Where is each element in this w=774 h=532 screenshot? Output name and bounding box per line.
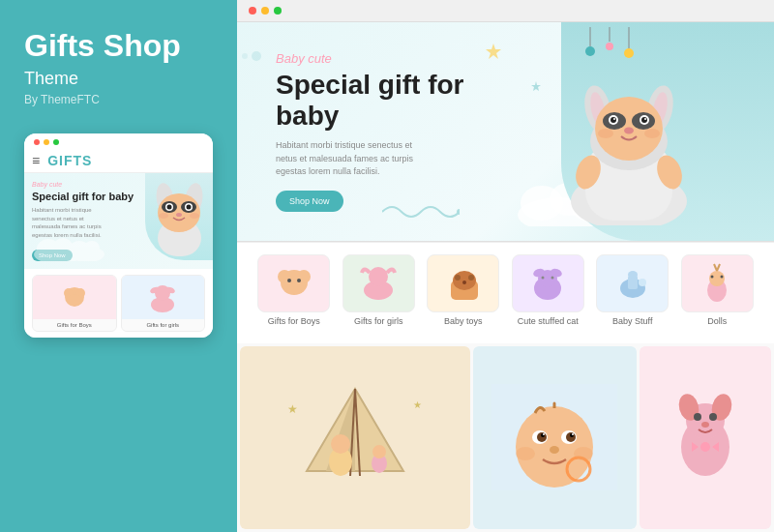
dot-yellow	[44, 139, 49, 145]
product-image	[33, 276, 116, 319]
left-panel: Gifts Shop Theme By ThemeFTC ≡ GIFTS	[0, 0, 237, 532]
svg-point-84	[551, 277, 554, 280]
gallery-item	[640, 346, 771, 529]
svg-point-12	[190, 213, 199, 219]
svg-point-70	[287, 279, 291, 282]
mobile-mockup: ≡ GIFTS	[24, 133, 213, 338]
browser-dot-green	[274, 7, 282, 15]
product-thumbnail	[512, 254, 584, 312]
product-label: Baby toys	[444, 316, 483, 326]
browser-dot-red	[249, 7, 256, 15]
browser-mockup: Baby cute Special gift for baby Habitant…	[237, 0, 774, 532]
svg-point-58	[641, 117, 647, 123]
svg-point-59	[613, 118, 615, 120]
hamburger-icon: ≡	[32, 153, 40, 168]
gallery-section: ★ ★	[237, 343, 774, 532]
svg-point-125	[694, 413, 701, 421]
svg-point-71	[297, 279, 301, 282]
mobile-top-bar	[24, 133, 213, 149]
svg-point-61	[624, 128, 634, 134]
list-item: Dolls	[681, 254, 754, 326]
product-image	[122, 276, 205, 319]
list-item: Gifts for Boys	[32, 275, 117, 332]
svg-point-116	[550, 446, 559, 454]
product-label: Gifts for girls	[122, 319, 205, 331]
svg-point-101	[331, 434, 350, 454]
shop-now-button[interactable]: Shop Now	[276, 191, 343, 212]
svg-point-93	[711, 276, 714, 279]
svg-point-73	[369, 267, 388, 286]
svg-point-63	[644, 129, 660, 138]
list-item: Baby Stuff	[596, 254, 669, 326]
svg-point-88	[639, 279, 646, 286]
product-thumbnail	[427, 254, 499, 312]
list-item: Gifts for girls	[342, 254, 415, 326]
svg-text:★: ★	[287, 402, 298, 416]
svg-point-10	[176, 213, 182, 217]
svg-point-83	[542, 277, 545, 280]
hero-baby-image-area	[484, 22, 774, 241]
dot-green	[53, 139, 59, 145]
by-line: By ThemeFTC	[24, 93, 100, 106]
svg-point-94	[721, 276, 724, 279]
product-label: Cute stuffed cat	[518, 316, 579, 326]
dot-red	[34, 139, 40, 145]
main-subtitle: Theme	[24, 69, 78, 89]
products-section: Gifts for Boys Gifts for girls	[237, 242, 774, 343]
list-item: Cute stuffed cat	[512, 254, 584, 326]
svg-point-9	[186, 204, 191, 209]
svg-point-8	[166, 204, 171, 209]
mobile-hero: Baby cute Special gift for baby Habitant…	[24, 173, 213, 269]
svg-point-69	[284, 279, 304, 294]
hero-description: Habitant morbi tristique senectus et net…	[276, 139, 431, 179]
hero-title: Special gift for baby	[276, 70, 489, 132]
svg-point-62	[598, 129, 613, 138]
main-title: Gifts Shop	[24, 29, 181, 63]
desktop-hero: Baby cute Special gift for baby Habitant…	[237, 22, 774, 241]
svg-line-92	[717, 264, 720, 271]
list-item: Gifts for Boys	[257, 254, 330, 326]
list-item: Baby toys	[427, 254, 499, 326]
mobile-products: Gifts for Boys Gifts for girls	[24, 269, 213, 338]
gallery-item	[473, 346, 638, 529]
svg-point-60	[644, 118, 646, 120]
product-thumbnail	[342, 254, 415, 312]
svg-point-103	[372, 445, 386, 458]
svg-point-76	[455, 275, 461, 281]
svg-point-115	[572, 433, 574, 435]
product-label: Gifts for Boys	[268, 316, 320, 326]
svg-point-15	[53, 238, 73, 255]
product-thumbnail	[257, 254, 330, 312]
product-label: Gifts for girls	[354, 316, 403, 326]
product-label: Gifts for Boys	[33, 319, 116, 331]
svg-point-114	[543, 433, 545, 435]
svg-point-57	[610, 117, 616, 123]
hero-tag: Baby cute	[276, 51, 489, 66]
svg-point-78	[462, 281, 466, 284]
svg-text:★: ★	[413, 399, 422, 410]
mobile-body: ≡ GIFTS	[24, 149, 213, 338]
product-thumbnail	[596, 254, 669, 312]
product-label: Dolls	[707, 316, 727, 326]
product-label: Baby Stuff	[612, 316, 652, 326]
svg-point-18	[84, 241, 100, 254]
hero-content: Baby cute Special gift for baby Habitant…	[276, 51, 489, 212]
product-thumbnail	[681, 254, 754, 312]
svg-point-27	[252, 51, 261, 61]
list-item: Gifts for girls	[121, 275, 206, 332]
svg-point-127	[701, 422, 709, 428]
svg-point-90	[709, 271, 725, 286]
svg-point-128	[700, 442, 710, 452]
right-panel: Baby cute Special gift for baby Habitant…	[237, 0, 774, 532]
mobile-logo: GIFTS	[47, 153, 92, 168]
svg-point-77	[468, 275, 474, 281]
svg-point-126	[709, 413, 717, 421]
mobile-hero-desc: Habitant morbi tristique senectus et net…	[32, 206, 109, 239]
browser-dot-yellow	[261, 7, 269, 15]
svg-point-118	[516, 447, 535, 460]
svg-point-11	[159, 213, 168, 219]
gallery-item: ★ ★	[240, 346, 470, 529]
svg-point-22	[67, 294, 82, 306]
svg-point-119	[574, 447, 593, 460]
browser-toolbar	[237, 0, 774, 22]
